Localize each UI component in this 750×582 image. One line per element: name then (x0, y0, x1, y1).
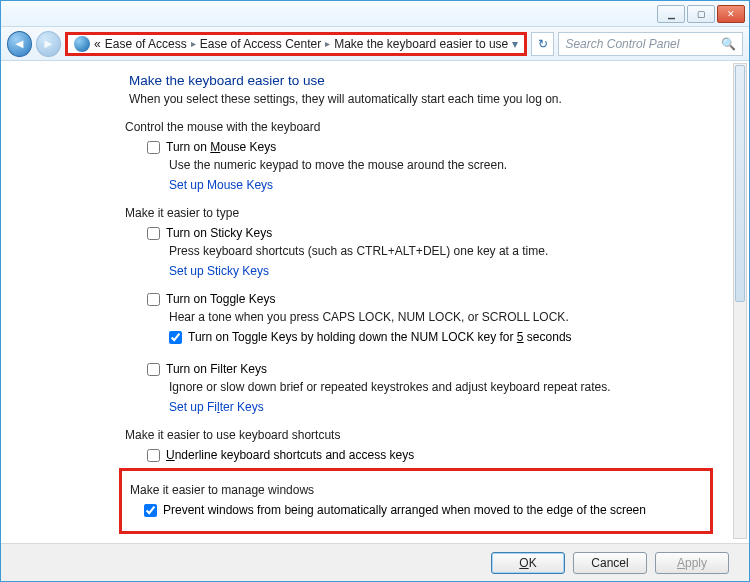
close-button[interactable]: ✕ (717, 5, 745, 23)
control-panel-icon (74, 36, 90, 52)
button-bar: OK Cancel Apply (1, 543, 749, 581)
breadcrumb[interactable]: « Ease of Access ▸ Ease of Access Center… (65, 32, 527, 56)
search-placeholder: Search Control Panel (565, 37, 679, 51)
breadcrumb-overflow[interactable]: « (94, 37, 101, 51)
search-icon: 🔍 (721, 37, 736, 51)
breadcrumb-item[interactable]: Ease of Access (105, 37, 187, 51)
checkbox-input[interactable] (147, 363, 160, 376)
group-manage-windows: Make it easier to manage windows Prevent… (119, 468, 713, 534)
checkbox-input[interactable] (144, 504, 157, 517)
checkbox-label: Turn on Filter Keys (166, 362, 267, 376)
breadcrumb-item[interactable]: Make the keyboard easier to use (334, 37, 508, 51)
chevron-right-icon: ▸ (191, 38, 196, 49)
refresh-button[interactable]: ↻ (531, 32, 554, 56)
filter-keys-desc: Ignore or slow down brief or repeated ke… (169, 380, 713, 394)
checkbox-label: Prevent windows from being automatically… (163, 503, 646, 517)
scrollbar-thumb[interactable] (735, 65, 745, 302)
vertical-scrollbar[interactable] (733, 63, 747, 539)
search-input[interactable]: Search Control Panel 🔍 (558, 32, 743, 56)
checkbox-prevent-arrange[interactable]: Prevent windows from being automatically… (144, 503, 702, 517)
checkbox-input[interactable] (169, 331, 182, 344)
link-setup-mouse-keys[interactable]: Set up Mouse Keys (169, 178, 713, 192)
mouse-keys-desc: Use the numeric keypad to move the mouse… (169, 158, 713, 172)
back-button[interactable]: ◄ (7, 31, 32, 57)
checkbox-filter-keys[interactable]: Turn on Filter Keys (147, 362, 713, 376)
link-setup-sticky-keys[interactable]: Set up Sticky Keys (169, 264, 713, 278)
toggle-keys-desc: Hear a tone when you press CAPS LOCK, NU… (169, 310, 713, 324)
checkbox-label: Turn on Mouse Keys (166, 140, 276, 154)
page-intro: When you select these settings, they wil… (129, 92, 713, 106)
checkbox-underline-shortcuts[interactable]: Underline keyboard shortcuts and access … (147, 448, 713, 462)
checkbox-input[interactable] (147, 293, 160, 306)
checkbox-input[interactable] (147, 141, 160, 154)
content-area: Make the keyboard easier to use When you… (1, 61, 733, 541)
nav-bar: ◄ ► « Ease of Access ▸ Ease of Access Ce… (1, 27, 749, 61)
checkbox-toggle-keys[interactable]: Turn on Toggle Keys (147, 292, 713, 306)
group-label-shortcuts: Make it easier to use keyboard shortcuts (125, 428, 713, 442)
breadcrumb-item[interactable]: Ease of Access Center (200, 37, 321, 51)
group-label-type: Make it easier to type (125, 206, 713, 220)
link-setup-filter-keys[interactable]: Set up Filter Keys (169, 400, 713, 414)
page-title: Make the keyboard easier to use (129, 73, 713, 88)
group-label-windows: Make it easier to manage windows (130, 483, 702, 497)
checkbox-label: Turn on Sticky Keys (166, 226, 272, 240)
apply-button[interactable]: Apply (655, 552, 729, 574)
checkbox-label: Turn on Toggle Keys (166, 292, 275, 306)
group-label-mouse: Control the mouse with the keyboard (125, 120, 713, 134)
ok-button[interactable]: OK (491, 552, 565, 574)
chevron-right-icon: ▸ (325, 38, 330, 49)
title-bar: ▁ ▢ ✕ (1, 1, 749, 27)
checkbox-input[interactable] (147, 449, 160, 462)
dropdown-icon[interactable]: ▾ (512, 37, 518, 51)
cancel-button[interactable]: Cancel (573, 552, 647, 574)
minimize-button[interactable]: ▁ (657, 5, 685, 23)
checkbox-label: Underline keyboard shortcuts and access … (166, 448, 414, 462)
sticky-keys-desc: Press keyboard shortcuts (such as CTRL+A… (169, 244, 713, 258)
checkbox-sticky-keys[interactable]: Turn on Sticky Keys (147, 226, 713, 240)
checkbox-label: Turn on Toggle Keys by holding down the … (188, 330, 572, 344)
checkbox-input[interactable] (147, 227, 160, 240)
checkbox-toggle-hold[interactable]: Turn on Toggle Keys by holding down the … (169, 330, 713, 344)
maximize-button[interactable]: ▢ (687, 5, 715, 23)
checkbox-mouse-keys[interactable]: Turn on Mouse Keys (147, 140, 713, 154)
forward-button[interactable]: ► (36, 31, 61, 57)
